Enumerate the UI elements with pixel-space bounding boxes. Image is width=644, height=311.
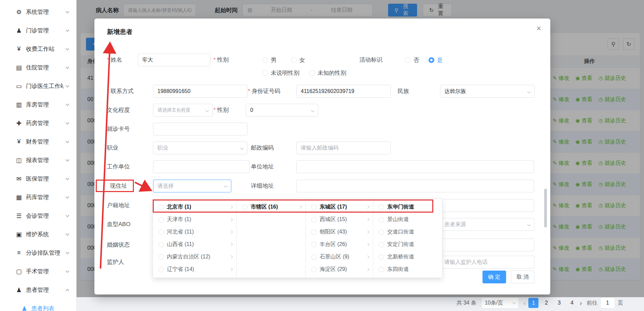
list-icon: ☰ — [15, 212, 23, 220]
radio-icon[interactable] — [379, 205, 384, 210]
sidebar: ⚙ 系统管理 ♟ 门诊管理 ¥ 收费工作站 ▤ 住院管理 ▭ 门诊医生工作站 ▥ — [0, 0, 77, 311]
contact-input[interactable] — [153, 85, 247, 98]
gender-radio-male[interactable]: 男 — [262, 54, 276, 66]
current-address-cascader-select[interactable]: 请选择 — [153, 180, 231, 192]
sidebar-item[interactable]: ¥ 财务管理 — [0, 132, 76, 151]
radio-icon[interactable] — [158, 267, 164, 272]
radio-icon[interactable] — [311, 254, 317, 260]
radio-icon[interactable] — [242, 205, 247, 210]
work-address-input[interactable] — [296, 160, 534, 173]
cascader-street-option[interactable]: 景山街道 — [373, 213, 442, 226]
id-number-input[interactable] — [296, 85, 391, 98]
sidebar-item[interactable]: ☰ 会诊管理 — [0, 207, 76, 225]
next-page-button[interactable]: › — [580, 300, 582, 306]
chevron-down-icon — [65, 102, 69, 106]
radio-icon[interactable] — [158, 217, 164, 222]
radio-icon[interactable] — [311, 217, 317, 222]
cascader-city-option[interactable]: 市辖区 (16) — [237, 201, 305, 213]
gender-radio-unstated[interactable]: 未说明性别 — [262, 66, 299, 79]
postal-code-input[interactable] — [296, 142, 391, 154]
cascader-province-option[interactable]: 内蒙古自治区 (12) — [153, 251, 236, 263]
gender-radio-unknown[interactable]: 未知的性别 — [309, 66, 346, 79]
active-flag-yes[interactable]: 是 — [429, 54, 443, 66]
page-buttons: 1234 — [528, 298, 577, 308]
cascader-district-option[interactable]: 朝阳区 (43) — [306, 226, 373, 238]
radio-icon[interactable] — [379, 254, 384, 260]
sidebar-item-patient-list[interactable]: ♟ 患者列表 — [0, 299, 76, 311]
radio-icon[interactable] — [158, 254, 164, 260]
cascader-street-option[interactable]: 东华门街道 — [373, 201, 442, 213]
active-flag-no[interactable]: 否 — [405, 54, 419, 66]
sidebar-item[interactable]: ▭ 门诊医生工作站 — [0, 77, 76, 95]
cascader-district-option[interactable]: 西城区 (15) — [306, 213, 373, 226]
name-input[interactable] — [138, 54, 210, 66]
occupation-select[interactable]: 职业 — [153, 142, 247, 154]
gender-select[interactable]: 0 — [246, 104, 318, 117]
sidebar-item-label: 分诊排队管理 — [26, 249, 63, 257]
sidebar-item[interactable]: ✉ 医保管理 — [0, 169, 76, 188]
cascader-district-option[interactable]: 海淀区 (29) — [306, 263, 373, 276]
cascader-street-option[interactable]: 安定门街道 — [373, 238, 442, 251]
cascader-street-option[interactable]: 北新桥街道 — [373, 251, 442, 263]
radio-icon[interactable] — [311, 267, 317, 272]
cascader-street-option[interactable]: 东四街道 — [373, 263, 442, 276]
sidebar-item[interactable]: ⚙ 系统管理 — [0, 3, 76, 21]
radio-icon[interactable] — [158, 205, 164, 210]
cascader-province-option[interactable]: 天津市 (1) — [153, 213, 236, 226]
sidebar-item[interactable]: ♟ 患者管理 — [0, 281, 76, 299]
radio-icon — [405, 57, 411, 63]
radio-icon[interactable] — [158, 229, 164, 235]
guardian-phone-input[interactable] — [440, 256, 534, 269]
radio-icon[interactable] — [379, 229, 384, 235]
ethnicity-select[interactable]: 达斡尔族 — [440, 85, 534, 98]
sidebar-item[interactable]: ▤ 住院管理 — [0, 58, 76, 77]
radio-icon[interactable] — [158, 242, 164, 247]
page-button[interactable]: 3 — [554, 298, 564, 308]
radio-icon[interactable] — [379, 217, 384, 222]
sidebar-item[interactable]: ✚ 药房管理 — [0, 114, 76, 132]
page-size-select[interactable]: 10条/页 — [481, 297, 519, 309]
page-button[interactable]: 4 — [567, 298, 577, 308]
marital-status-side-input[interactable] — [440, 239, 534, 251]
detail-address-input[interactable] — [296, 180, 534, 192]
sidebar-item[interactable]: ♟ 门诊管理 — [0, 21, 76, 40]
cascader-option-label: 景山街道 — [387, 216, 438, 223]
sidebar-item[interactable]: ¥ 收费工作站 — [0, 40, 76, 58]
confirm-button[interactable]: 确 定 — [482, 271, 506, 283]
cascader-street-option[interactable]: 交道口街道 — [373, 226, 442, 238]
radio-icon[interactable] — [311, 205, 317, 210]
chevron-down-icon — [527, 90, 531, 93]
gender-radio-female[interactable]: 女 — [291, 54, 305, 66]
visit-card-input[interactable] — [153, 123, 247, 135]
work-unit-input[interactable] — [153, 160, 250, 173]
radio-icon[interactable] — [379, 267, 384, 272]
cascader-province-option[interactable]: 辽宁省 (14) — [153, 263, 236, 276]
cascader-district-option[interactable]: 石景山区 (9) — [306, 251, 373, 263]
modal-scrollbar[interactable] — [544, 189, 547, 227]
cascader-province-option[interactable]: 北京市 (1) — [153, 201, 236, 213]
cascader-province-option[interactable]: 山西省 (11) — [153, 238, 236, 251]
radio-icon[interactable] — [311, 242, 317, 247]
chevron-up-icon — [224, 186, 228, 189]
page-button[interactable]: 1 — [528, 298, 538, 308]
goto-page-input[interactable] — [600, 297, 615, 309]
sidebar-item[interactable]: ▣ 维护系统 — [0, 225, 76, 244]
cascader-district-option[interactable]: 东城区 (17) — [306, 201, 373, 213]
sidebar-item[interactable]: ≡ 分诊排队管理 — [0, 244, 76, 262]
sidebar-item[interactable]: ◫ 报表管理 — [0, 151, 76, 169]
page-button[interactable]: 2 — [541, 298, 551, 308]
sidebar-item[interactable]: ▥ 库房管理 — [0, 95, 76, 114]
sidebar-item[interactable]: ▦ 药库管理 — [0, 188, 76, 207]
cascader-province-option[interactable]: 河北省 (11) — [153, 226, 236, 238]
chevron-right-icon — [366, 218, 370, 221]
grid-icon: ▦ — [15, 194, 23, 201]
cascader-option-label: 东城区 (17) — [320, 204, 364, 211]
sidebar-item[interactable]: ▢ 手术管理 — [0, 262, 76, 281]
radio-icon[interactable] — [379, 242, 384, 247]
cancel-button[interactable]: 取 消 — [511, 271, 534, 283]
education-select[interactable]: 请选择文化程度 — [153, 104, 213, 117]
radio-icon[interactable] — [311, 229, 317, 235]
prev-page-button[interactable]: ‹ — [524, 300, 526, 306]
cascader-district-option[interactable]: 丰台区 (26) — [306, 238, 373, 251]
patient-source-select[interactable]: 患者来源 — [440, 218, 534, 231]
